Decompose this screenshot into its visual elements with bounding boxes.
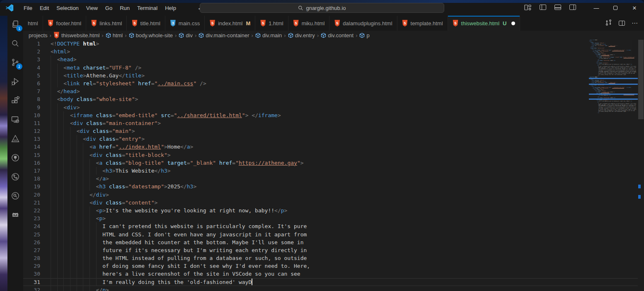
toggle-panel-icon[interactable] bbox=[554, 5, 561, 10]
menu-go[interactable]: Go bbox=[102, 3, 116, 13]
code-line[interactable]: 32 </p> bbox=[23, 286, 638, 291]
more-actions-icon[interactable]: ⋯ bbox=[632, 19, 638, 27]
breadcrumb-item-div.content[interactable]: div.content bbox=[321, 32, 353, 38]
code-line[interactable]: 17 <h3>This Website</h3> bbox=[23, 167, 638, 175]
triangle-logo-icon[interactable] bbox=[10, 133, 21, 144]
code-line[interactable]: 16 <a class="blog-title" target="_blank"… bbox=[23, 159, 638, 167]
search-icon[interactable] bbox=[10, 38, 21, 49]
tab-title.html[interactable]: 5title.html bbox=[127, 16, 165, 31]
code-line[interactable]: 27 future if it's necessary but I'm writ… bbox=[23, 246, 638, 254]
godot-icon[interactable] bbox=[10, 209, 21, 220]
breadcrumb-item-div.main-container[interactable]: div.main-container bbox=[199, 32, 249, 38]
breadcrumb-item-html[interactable]: html bbox=[106, 32, 123, 38]
unsaved-dot-icon[interactable] bbox=[511, 22, 515, 25]
code-area[interactable]: 1<!DOCTYPE html>2<html>3 <head>4 <meta c… bbox=[23, 40, 638, 291]
code-line[interactable]: 7 </head> bbox=[23, 87, 638, 95]
breadcrumb-item-thiswebsite.html[interactable]: 5thiswebsite.html bbox=[53, 32, 99, 38]
breadcrumb-item-div[interactable]: div bbox=[179, 32, 193, 38]
source-control-icon[interactable]: 2 bbox=[10, 57, 21, 68]
search-icon bbox=[298, 5, 303, 11]
tab-label: miku.html bbox=[302, 20, 325, 26]
breadcrumb-item-div.entry[interactable]: div.entry bbox=[288, 32, 315, 38]
tab-footer.html[interactable]: 5footer.html bbox=[43, 16, 87, 31]
line-number: 31 bbox=[23, 278, 40, 286]
code-line[interactable]: 29 of doing some fancy shit I don't see … bbox=[23, 262, 638, 270]
tab-thiswebsite.html[interactable]: 5thiswebsite.htmlU bbox=[448, 16, 521, 31]
menu-edit[interactable]: Edit bbox=[36, 3, 53, 13]
tab-links.html[interactable]: 5links.html bbox=[86, 16, 127, 31]
code-line[interactable]: 30 here's a live screenshot of the site … bbox=[23, 270, 638, 278]
code-line[interactable]: 2<html> bbox=[23, 48, 638, 55]
menu-terminal[interactable]: Terminal bbox=[133, 3, 161, 13]
tab-miku.html[interactable]: 5miku.html bbox=[288, 16, 330, 31]
menu-view[interactable]: View bbox=[82, 3, 102, 13]
command-center-search[interactable]: gnargle.github.io bbox=[200, 3, 444, 13]
minimap[interactable]: <!DOCTYPE html><html> <head> <meta chars… bbox=[589, 40, 638, 127]
maximize-button[interactable] bbox=[606, 0, 625, 16]
customize-layout-icon[interactable] bbox=[524, 5, 531, 12]
github-icon[interactable] bbox=[10, 152, 21, 163]
code-line[interactable]: 19 <h3 class="datestamp">2025</h3> bbox=[23, 183, 638, 190]
code-line[interactable]: 10 <iframe class="embed-title" src="../s… bbox=[23, 111, 638, 119]
tab-main.css[interactable]: 3main.css bbox=[165, 16, 205, 31]
symbol-element-icon bbox=[199, 33, 204, 38]
line-number: 30 bbox=[23, 270, 40, 278]
code-line[interactable]: 6 <link rel="stylesheet" href="../main.c… bbox=[23, 79, 638, 87]
tab-dalamudplugins.html[interactable]: 5dalamudplugins.html bbox=[329, 16, 397, 31]
remote-explorer-icon[interactable] bbox=[10, 114, 21, 125]
code-line[interactable]: 3 <head> bbox=[23, 55, 638, 63]
code-line[interactable]: 23 <p> bbox=[23, 214, 638, 222]
close-button[interactable]: ✕ bbox=[625, 0, 644, 16]
breadcrumb-item-body.whole-site[interactable]: body.whole-site bbox=[129, 32, 173, 38]
tab-1.html[interactable]: 51.html bbox=[255, 16, 288, 31]
code-line[interactable]: 24 I can't pretend this website is parti… bbox=[23, 222, 638, 230]
minimize-button[interactable]: — bbox=[587, 0, 606, 16]
code-line[interactable]: 11 <div class="main-container"> bbox=[23, 119, 638, 127]
code-line[interactable]: 14 <a href="../index.html">Home</a> bbox=[23, 143, 638, 151]
code-line[interactable]: 25 HTML and CSS. I don't even have any j… bbox=[23, 231, 638, 238]
editor-scrollbar[interactable] bbox=[638, 40, 644, 291]
extensions-icon[interactable] bbox=[10, 95, 21, 106]
split-editor-icon[interactable] bbox=[619, 21, 625, 26]
breadcrumb-separator-icon: › bbox=[102, 32, 103, 38]
tab-template.html[interactable]: 5template.html bbox=[397, 16, 448, 31]
code-line[interactable]: 22 <p>It's the website you're looking at… bbox=[23, 207, 638, 214]
code-line[interactable]: 12 <div class="main"> bbox=[23, 127, 638, 135]
code-line[interactable]: 4 <meta charset="UTF-8" /> bbox=[23, 64, 638, 72]
menu-selection[interactable]: Selection bbox=[53, 3, 82, 13]
run-debug-icon[interactable] bbox=[10, 76, 21, 87]
commit-search-icon[interactable] bbox=[10, 190, 21, 201]
code-line[interactable]: 8 <body class="whole-site"> bbox=[23, 95, 638, 103]
explorer-icon[interactable]: 1 bbox=[10, 19, 21, 30]
code-line[interactable]: 31 I'm really doing this the 'old-fashio… bbox=[23, 278, 638, 286]
scrollbar-slider[interactable] bbox=[638, 40, 644, 119]
code-line[interactable]: 9 <div> bbox=[23, 103, 638, 111]
code-line[interactable]: 28 the HTML instead of pulling from a da… bbox=[23, 254, 638, 262]
code-line[interactable]: 21 <div class="content"> bbox=[23, 199, 638, 207]
code-line[interactable]: 5 <title>Athene.Gay</title> bbox=[23, 72, 638, 79]
line-number: 14 bbox=[23, 143, 40, 151]
menu-file[interactable]: File bbox=[20, 3, 36, 13]
breadcrumb-item-projects[interactable]: projects bbox=[29, 32, 48, 38]
tab-label: title.html bbox=[140, 20, 160, 26]
breadcrumb-item-p[interactable]: p bbox=[359, 32, 369, 38]
tab-html[interactable]: html bbox=[23, 16, 43, 31]
toggle-primary-sidebar-icon[interactable] bbox=[540, 5, 546, 10]
open-changes-icon[interactable] bbox=[605, 19, 612, 28]
editor[interactable]: 1<!DOCTYPE html>2<html>3 <head>4 <meta c… bbox=[23, 40, 644, 291]
menu-run[interactable]: Run bbox=[116, 3, 133, 13]
code-line[interactable]: 26 the embedded hit counter at the botto… bbox=[23, 238, 638, 246]
code-line[interactable]: 18 </a> bbox=[23, 175, 638, 183]
code-line[interactable]: 20 </div> bbox=[23, 191, 638, 199]
code-line[interactable]: 1<!DOCTYPE html> bbox=[23, 40, 638, 48]
tab-index.html[interactable]: 5index.htmlM bbox=[205, 16, 255, 31]
code-line[interactable]: 13 <div class="entry"> bbox=[23, 135, 638, 143]
git-graph-icon[interactable] bbox=[10, 171, 21, 182]
overview-ruler-mark bbox=[638, 185, 641, 188]
line-number: 19 bbox=[23, 183, 40, 190]
code-line[interactable]: 15 <div class="title-block"> bbox=[23, 151, 638, 159]
menu-help[interactable]: Help bbox=[161, 3, 180, 13]
toggle-secondary-sidebar-icon[interactable] bbox=[569, 5, 576, 10]
breadcrumb-item-div.main[interactable]: div.main bbox=[255, 32, 282, 38]
breadcrumb-separator-icon: › bbox=[175, 32, 177, 38]
